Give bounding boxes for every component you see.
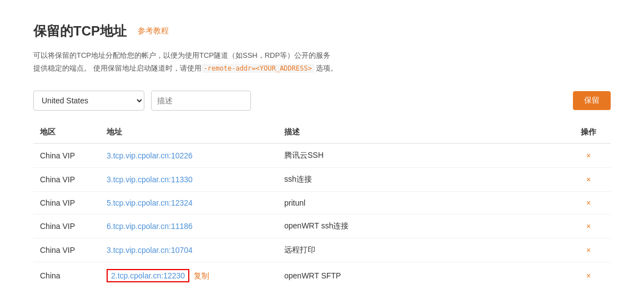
desc-line2: 提供稳定的端点。 使用保留地址启动隧道时，请使用 xyxy=(33,64,202,72)
address-link[interactable]: 3.tcp.vip.cpolar.cn:10704 xyxy=(107,246,193,255)
cell-description: openWRT ssh连接 xyxy=(278,214,566,238)
cell-description: ssh连接 xyxy=(278,167,566,191)
cell-address: 6.tcp.vip.cpolar.cn:11186 xyxy=(100,214,278,238)
cell-region: China VIP xyxy=(33,167,100,191)
cell-address: 3.tcp.vip.cpolar.cn:11330 xyxy=(100,167,278,191)
cell-region: China VIP xyxy=(33,238,100,262)
cell-action: × xyxy=(566,143,611,168)
cell-action: × xyxy=(566,238,611,262)
cell-description: pritunl xyxy=(278,191,566,214)
col-header-region: 地区 xyxy=(33,122,100,143)
reserved-addresses-table: 地区 地址 描述 操作 China VIP3.tcp.vip.cpolar.cn… xyxy=(33,122,611,284)
delete-button[interactable]: × xyxy=(586,246,591,255)
page-header: 保留的TCP地址 参考教程 xyxy=(33,22,611,40)
col-header-description: 描述 xyxy=(278,122,566,143)
delete-button[interactable]: × xyxy=(586,222,591,231)
page-title: 保留的TCP地址 xyxy=(33,22,127,40)
cell-action: × xyxy=(566,191,611,214)
delete-button[interactable]: × xyxy=(586,151,591,160)
cell-region: China VIP xyxy=(33,143,100,168)
address-link[interactable]: 3.tcp.vip.cpolar.cn:11330 xyxy=(107,175,193,184)
cell-region: China xyxy=(33,262,100,284)
cell-description: openWRT SFTP xyxy=(278,262,566,284)
cell-action: × xyxy=(566,167,611,191)
delete-button[interactable]: × xyxy=(586,198,591,207)
cell-action: × xyxy=(566,262,611,284)
copy-button[interactable]: 复制 xyxy=(194,271,209,280)
desc-line1: 可以将保留的TCP地址分配给您的帐户，以便为使用TCP隧道（如SSH，RDP等）… xyxy=(33,51,330,59)
cell-description: 腾讯云SSH xyxy=(278,143,566,168)
toolbar: United States China VIP China 保留 xyxy=(33,91,611,111)
region-select[interactable]: United States China VIP China xyxy=(33,91,144,111)
delete-button[interactable]: × xyxy=(586,271,591,280)
desc-code: -remote-addr=<YOUR_ADDRESS> xyxy=(202,64,314,73)
cell-action: × xyxy=(566,214,611,238)
cell-address: 5.tcp.vip.cpolar.cn:12324 xyxy=(100,191,278,214)
table-header-row: 地区 地址 描述 操作 xyxy=(33,122,611,143)
col-header-action: 操作 xyxy=(566,122,611,143)
cell-address: 3.tcp.vip.cpolar.cn:10704 xyxy=(100,238,278,262)
address-link[interactable]: 5.tcp.vip.cpolar.cn:12324 xyxy=(107,198,193,207)
delete-button[interactable]: × xyxy=(586,175,591,184)
save-button[interactable]: 保留 xyxy=(573,91,611,110)
table-row: China VIP3.tcp.vip.cpolar.cn:10704远程打印× xyxy=(33,238,611,262)
address-link[interactable]: 3.tcp.vip.cpolar.cn:10226 xyxy=(107,151,193,160)
table-row: China VIP3.tcp.vip.cpolar.cn:11330ssh连接× xyxy=(33,167,611,191)
table-row: China VIP5.tcp.vip.cpolar.cn:12324pritun… xyxy=(33,191,611,214)
description-input[interactable] xyxy=(151,91,251,111)
table-row: China VIP6.tcp.vip.cpolar.cn:11186openWR… xyxy=(33,214,611,238)
address-link[interactable]: 6.tcp.vip.cpolar.cn:11186 xyxy=(107,222,193,231)
help-link[interactable]: 参考教程 xyxy=(138,26,169,36)
cell-address: 3.tcp.vip.cpolar.cn:10226 xyxy=(100,143,278,168)
cell-description: 远程打印 xyxy=(278,238,566,262)
col-header-address: 地址 xyxy=(100,122,278,143)
table-row: China VIP3.tcp.vip.cpolar.cn:10226腾讯云SSH… xyxy=(33,143,611,168)
cell-address: 2.tcp.cpolar.cn:12230复制 xyxy=(100,262,278,284)
table-row: China2.tcp.cpolar.cn:12230复制openWRT SFTP… xyxy=(33,262,611,284)
cell-region: China VIP xyxy=(33,191,100,214)
description: 可以将保留的TCP地址分配给您的帐户，以便为使用TCP隧道（如SSH，RDP等）… xyxy=(33,49,422,75)
desc-line3: 选项。 xyxy=(314,64,338,72)
cell-region: China VIP xyxy=(33,214,100,238)
highlighted-address[interactable]: 2.tcp.cpolar.cn:12230 xyxy=(107,269,189,282)
